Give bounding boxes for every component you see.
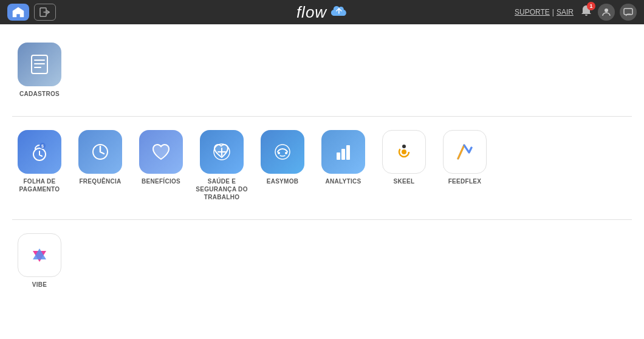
svg-point-3 bbox=[605, 9, 608, 12]
home-button[interactable] bbox=[7, 4, 29, 21]
saude-label: SAÚDE ESEGURANÇA DOTRABALHO bbox=[196, 177, 247, 201]
section-main: $ FOLHA DEPAGAMENTO FREQUÊNCIA bbox=[12, 124, 632, 207]
vibe-icon bbox=[18, 233, 61, 277]
svg-rect-20 bbox=[341, 149, 345, 160]
app-grid-section2: $ FOLHA DEPAGAMENTO FREQUÊNCIA bbox=[12, 124, 632, 207]
analytics-icon bbox=[321, 130, 365, 174]
svg-rect-21 bbox=[346, 145, 350, 160]
logo-cloud-icon bbox=[331, 5, 348, 20]
main-content: CADASTROS $ FOLHA DEPAGAMENTO bbox=[0, 24, 644, 339]
header-right: SUPORTE | SAIR 1 bbox=[515, 4, 637, 21]
app-grid-section1: CADASTROS bbox=[12, 36, 632, 104]
user-avatar[interactable] bbox=[598, 4, 615, 21]
beneficios-label: BENEFÍCIOS bbox=[142, 177, 180, 185]
logo-text: flow bbox=[296, 3, 327, 22]
app-vibe[interactable]: VIBE bbox=[12, 233, 67, 289]
app-analytics[interactable]: ANALYTICS bbox=[316, 130, 371, 201]
messages-icon[interactable] bbox=[620, 4, 637, 21]
logo: flow bbox=[296, 3, 348, 22]
vibe-label: VIBE bbox=[32, 281, 47, 289]
header-icons: 1 bbox=[580, 4, 637, 21]
app-grid-section3: VIBE bbox=[12, 227, 632, 295]
app-folha[interactable]: $ FOLHA DEPAGAMENTO bbox=[12, 130, 67, 201]
svg-point-26 bbox=[402, 145, 406, 148]
section-vibe: VIBE bbox=[12, 227, 632, 295]
frequencia-label: FREQUÊNCIA bbox=[79, 177, 121, 185]
cadastros-icon bbox=[18, 43, 61, 86]
app-cadastros[interactable]: CADASTROS bbox=[12, 43, 67, 98]
app-frequencia[interactable]: FREQUÊNCIA bbox=[73, 130, 128, 201]
svg-point-25 bbox=[402, 149, 406, 154]
header-left bbox=[7, 4, 56, 21]
saude-icon bbox=[200, 130, 244, 174]
feedflex-label: FEEDFLEX bbox=[448, 177, 482, 185]
skeel-icon bbox=[382, 130, 426, 174]
app-easymob[interactable]: EASYMOB bbox=[255, 130, 310, 201]
separator: | bbox=[552, 8, 554, 16]
app-saude[interactable]: SAÚDE ESEGURANÇA DOTRABALHO bbox=[194, 130, 249, 201]
section-cadastros: CADASTROS bbox=[12, 36, 632, 104]
divider-1 bbox=[12, 116, 632, 117]
easymob-label: EASYMOB bbox=[267, 177, 299, 185]
exit-button[interactable] bbox=[34, 4, 56, 21]
svg-point-18 bbox=[285, 152, 287, 154]
notification-badge: 1 bbox=[587, 2, 595, 10]
svg-point-17 bbox=[278, 152, 280, 154]
feedflex-icon bbox=[443, 130, 487, 174]
easymob-icon bbox=[261, 130, 304, 174]
suporte-link[interactable]: SUPORTE bbox=[515, 8, 550, 16]
frequencia-icon bbox=[78, 130, 122, 174]
beneficios-icon bbox=[139, 130, 183, 174]
svg-text:$: $ bbox=[41, 144, 44, 149]
skeel-label: SKEEL bbox=[394, 177, 415, 185]
header-links: SUPORTE | SAIR bbox=[515, 8, 574, 16]
divider-2 bbox=[12, 219, 632, 220]
header: flow SUPORTE | SAIR 1 bbox=[0, 0, 644, 24]
svg-rect-19 bbox=[337, 152, 340, 160]
folha-label: FOLHA DEPAGAMENTO bbox=[19, 177, 60, 193]
cadastros-label: CADASTROS bbox=[19, 90, 60, 98]
app-beneficios[interactable]: BENEFÍCIOS bbox=[134, 130, 188, 201]
app-skeel[interactable]: SKEEL bbox=[377, 130, 431, 201]
notifications-button[interactable]: 1 bbox=[580, 4, 593, 20]
folha-icon: $ bbox=[18, 130, 61, 174]
sair-link[interactable]: SAIR bbox=[557, 8, 574, 16]
analytics-label: ANALYTICS bbox=[325, 177, 361, 185]
app-feedflex[interactable]: FEEDFLEX bbox=[437, 130, 492, 201]
